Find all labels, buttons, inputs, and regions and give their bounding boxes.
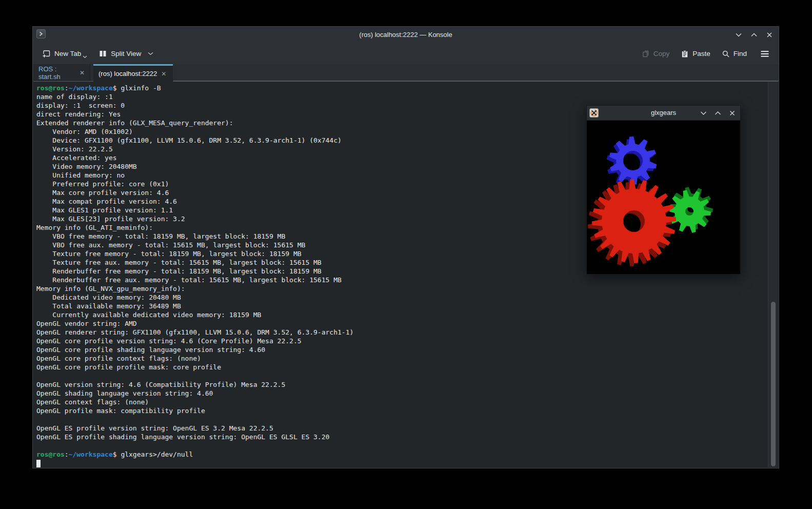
terminal-line: OpenGL core profile context flags: (none… [36,354,766,363]
terminal-line: Currently available dedicated video memo… [36,310,766,319]
split-view-button[interactable]: Split View [95,46,156,61]
tab-label: ROS : start.sh [38,65,75,81]
copy-button[interactable]: Copy [639,47,673,61]
terminal-line [36,371,766,380]
minimize-button[interactable] [735,31,743,39]
paste-icon [681,50,689,58]
chevron-down-icon [83,55,87,58]
terminal-line: ros@ros:~/workspace$ glxgears>/dev/null [36,450,766,459]
terminal-line: Memory info (GL_NVX_gpu_memory_info): [36,284,766,293]
terminal-line [36,441,766,450]
terminal-line [36,415,766,424]
terminal-line: OpenGL ES profile shading language versi… [36,433,766,441]
copy-icon [642,50,650,58]
glxgears-titlebar[interactable]: glxgears [587,106,740,121]
terminal-line: OpenGL vendor string: AMD [36,319,766,328]
blue-gear [609,136,657,185]
new-tab-label: New Tab [54,50,81,57]
titlebar[interactable]: (ros) localhost:2222 — Konsole [33,27,779,43]
terminal-line: ros@ros:~/workspace$ glxinfo -B [36,84,766,92]
toolbar-right-group: Copy Paste Find [639,47,773,61]
hamburger-menu-icon [760,50,769,57]
scrollbar-thumb[interactable] [771,302,776,466]
close-button[interactable] [765,31,774,39]
terminal-line: Renderbuffer free aux. memory - total: 1… [36,276,766,284]
tab-close-icon[interactable]: ✕ [161,71,166,77]
new-tab-button[interactable]: New Tab [39,46,90,62]
terminal-line: Total available memory: 36489 MB [36,302,766,310]
tab-bar: ROS : start.sh ✕ (ros) localhost:2222 ✕ [33,64,779,81]
find-button[interactable]: Find [719,47,750,61]
terminal-line: name of display: :1 [36,92,766,101]
close-button[interactable] [728,109,736,117]
tab-label: (ros) localhost:2222 [98,70,157,77]
tab-ros-localhost-2222[interactable]: (ros) localhost:2222 ✕ [93,64,173,82]
terminal-line: OpenGL core profile profile mask: core p… [36,363,766,371]
window-title: (ros) localhost:2222 — Konsole [33,27,779,43]
split-view-label: Split View [111,50,141,57]
glxgears-window: glxgears [586,105,741,274]
terminal-line: OpenGL renderer string: GFX1100 (gfx1100… [36,328,766,337]
tab-close-icon[interactable]: ✕ [80,70,85,76]
gears-canvas [587,121,740,274]
terminal-cursor [36,460,41,467]
main-toolbar: New Tab Split View [33,43,779,64]
terminal-line: OpenGL version string: 4.6 (Compatibilit… [36,380,766,389]
paste-label: Paste [692,50,710,57]
scrollbar-track[interactable] [768,82,778,467]
minimize-button[interactable] [699,109,707,117]
copy-label: Copy [653,50,670,57]
glxgears-window-controls [699,106,736,120]
terminal-line [36,459,766,467]
terminal-line: OpenGL core profile version string: 4.6 … [36,337,766,345]
window-controls [735,27,774,43]
desktop: (ros) localhost:2222 — Konsole [0,0,812,509]
terminal-line: OpenGL shading language version string: … [36,389,766,398]
new-tab-icon [42,49,51,58]
terminal-line: OpenGL ES profile version string: OpenGL… [36,424,766,433]
terminal-line: OpenGL context flags: (none) [36,398,766,406]
search-icon [722,50,730,58]
find-label: Find [734,50,747,57]
maximize-button[interactable] [750,31,758,39]
menu-button[interactable] [757,47,773,61]
split-view-icon [98,49,107,58]
maximize-button[interactable] [714,109,722,117]
chevron-down-icon [148,52,153,55]
tab-ros-start-sh[interactable]: ROS : start.sh ✕ [33,64,90,81]
paste-button[interactable]: Paste [678,47,714,61]
terminal-line: OpenGL profile mask: compatibility profi… [36,406,766,415]
toolbar-left-group: New Tab Split View [39,46,156,62]
terminal-line: Dedicated video memory: 20480 MB [36,293,766,302]
terminal-line: OpenGL core profile shading language ver… [36,345,766,354]
